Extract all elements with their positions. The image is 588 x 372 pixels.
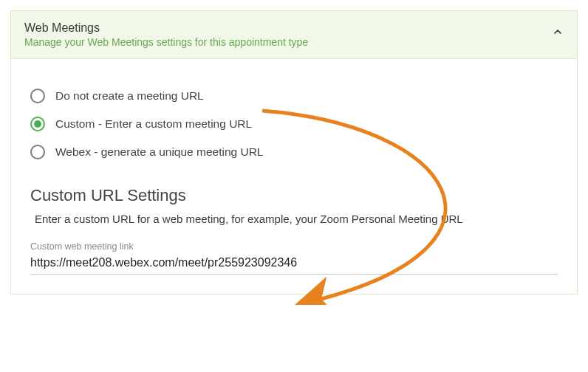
option-do-not-create[interactable]: Do not create a meeting URL <box>30 89 558 103</box>
radio-icon <box>30 89 45 103</box>
custom-url-title: Custom URL Settings <box>30 186 558 205</box>
radio-icon <box>30 145 45 159</box>
option-custom[interactable]: Custom - Enter a custom meeting URL <box>30 117 558 131</box>
option-webex[interactable]: Webex - generate a unique meeting URL <box>30 145 558 159</box>
panel-header[interactable]: Web Meetings Manage your Web Meetings se… <box>11 11 577 59</box>
web-meetings-panel: Web Meetings Manage your Web Meetings se… <box>10 10 578 294</box>
panel-header-text: Web Meetings Manage your Web Meetings se… <box>24 21 552 48</box>
panel-title: Web Meetings <box>24 21 552 35</box>
panel-subtitle: Manage your Web Meetings settings for th… <box>24 36 552 48</box>
custom-link-label: Custom web meeting link <box>30 241 558 252</box>
radio-icon-selected <box>30 117 45 131</box>
option-label: Webex - generate a unique meeting URL <box>55 145 263 159</box>
custom-link-input[interactable] <box>30 253 558 275</box>
panel-body: Do not create a meeting URL Custom - Ent… <box>11 59 577 294</box>
chevron-up-icon[interactable] <box>552 26 564 41</box>
custom-url-description: Enter a custom URL for a web meeting, fo… <box>35 213 558 225</box>
option-label: Do not create a meeting URL <box>55 89 204 103</box>
option-label: Custom - Enter a custom meeting URL <box>55 117 252 131</box>
